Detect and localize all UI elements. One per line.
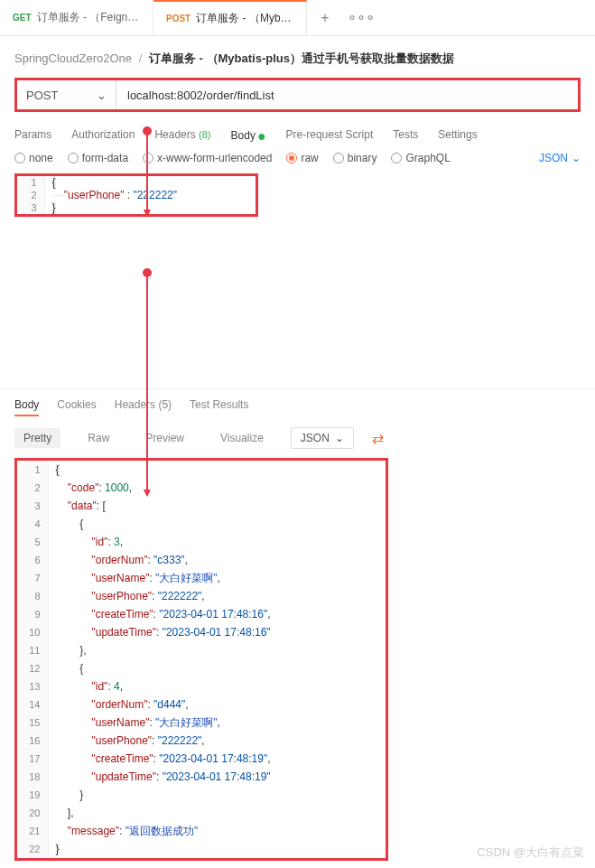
resp-tab-cookies[interactable]: Cookies xyxy=(57,398,96,416)
response-body-editor[interactable]: 1{2 "code": 1000,3 "data": [4 {5 "id": 3… xyxy=(14,458,388,861)
url-row: POST ⌄ xyxy=(14,78,581,112)
breadcrumb-collection[interactable]: SpringCloudZero2One xyxy=(14,51,132,65)
response-view-row: Pretty Raw Preview Visualize JSON⌄ ⇄ xyxy=(0,424,595,458)
request-tabs: Params Authorization Headers (8) Body● P… xyxy=(0,112,595,152)
chevron-down-icon: ⌄ xyxy=(97,89,107,102)
radio-graphql[interactable]: GraphQL xyxy=(391,152,450,164)
radio-icon xyxy=(14,153,25,163)
line-wrap-icon[interactable]: ⇄ xyxy=(372,430,384,447)
tab-tests[interactable]: Tests xyxy=(393,128,418,145)
view-pretty[interactable]: Pretty xyxy=(14,428,60,448)
tab-prerequest[interactable]: Pre-request Script xyxy=(286,128,374,145)
view-visualize[interactable]: Visualize xyxy=(211,428,273,448)
tab-order-mybatis[interactable]: POST 订单服务 - （Mybatis-pl xyxy=(153,0,307,35)
tab-title: 订单服务 - （Feign）演示 xyxy=(37,10,140,25)
breadcrumb-sep: / xyxy=(139,51,143,65)
resp-headers-count: (5) xyxy=(158,398,172,411)
method-select-value: POST xyxy=(26,89,58,102)
chevron-down-icon: ⌄ xyxy=(572,152,581,164)
resp-tab-test-results[interactable]: Test Results xyxy=(190,398,248,416)
radio-form-data[interactable]: form-data xyxy=(68,152,128,164)
annotation-arrow-head: ▼ xyxy=(141,486,153,499)
method-badge-post: POST xyxy=(166,14,191,23)
radio-x-www-form[interactable]: x-www-form-urlencoded xyxy=(143,152,272,164)
tab-params[interactable]: Params xyxy=(14,128,51,145)
annotation-arrow-line xyxy=(146,131,148,212)
radio-icon xyxy=(333,153,344,163)
resp-tab-body[interactable]: Body xyxy=(14,398,39,416)
tab-overflow-button[interactable]: ∘∘∘ xyxy=(343,0,379,35)
tab-authorization[interactable]: Authorization xyxy=(71,128,135,145)
tab-body[interactable]: Body● xyxy=(231,128,266,145)
radio-icon xyxy=(286,153,297,163)
method-badge-get: GET xyxy=(13,13,32,23)
breadcrumb: SpringCloudZero2One / 订单服务 - （Mybatis-pl… xyxy=(0,36,595,78)
url-input[interactable] xyxy=(116,80,578,109)
body-modified-dot: ● xyxy=(257,128,266,144)
response-tabs: Body Cookies Headers (5) Test Results xyxy=(0,388,595,424)
body-type-row: none form-data x-www-form-urlencoded raw… xyxy=(0,152,595,173)
tab-headers[interactable]: Headers (8) xyxy=(154,128,210,145)
request-body-editor[interactable]: 1{ 2····"userPhone" : "222222" 3} xyxy=(14,173,258,217)
radio-icon xyxy=(391,153,402,163)
radio-icon xyxy=(68,153,79,163)
radio-none[interactable]: none xyxy=(14,152,53,164)
tab-order-feign[interactable]: GET 订单服务 - （Feign）演示 xyxy=(0,0,153,35)
watermark: CSDN @大白有点菜 xyxy=(477,845,584,861)
body-format-select[interactable]: JSON⌄ xyxy=(539,152,581,164)
add-tab-button[interactable]: + xyxy=(307,0,343,35)
chevron-down-icon: ⌄ xyxy=(335,432,344,444)
radio-raw[interactable]: raw xyxy=(286,152,318,164)
radio-binary[interactable]: binary xyxy=(333,152,377,164)
response-format-select[interactable]: JSON⌄ xyxy=(291,427,354,449)
annotation-arrow-head: ▼ xyxy=(141,206,153,219)
radio-icon xyxy=(143,153,153,163)
tab-settings[interactable]: Settings xyxy=(438,128,477,145)
view-raw[interactable]: Raw xyxy=(79,428,118,448)
request-spacer xyxy=(0,217,595,388)
method-select[interactable]: POST ⌄ xyxy=(17,80,116,109)
resp-tab-headers[interactable]: Headers (5) xyxy=(115,398,172,416)
tab-title: 订单服务 - （Mybatis-pl xyxy=(196,11,293,26)
breadcrumb-request-name: 订单服务 - （Mybatis-plus）通过手机号获取批量数据数据 xyxy=(149,51,454,65)
tab-bar: GET 订单服务 - （Feign）演示 POST 订单服务 - （Mybati… xyxy=(0,0,595,36)
annotation-arrow-line xyxy=(146,273,148,490)
headers-count: (8) xyxy=(199,129,210,140)
view-preview[interactable]: Preview xyxy=(136,428,193,448)
